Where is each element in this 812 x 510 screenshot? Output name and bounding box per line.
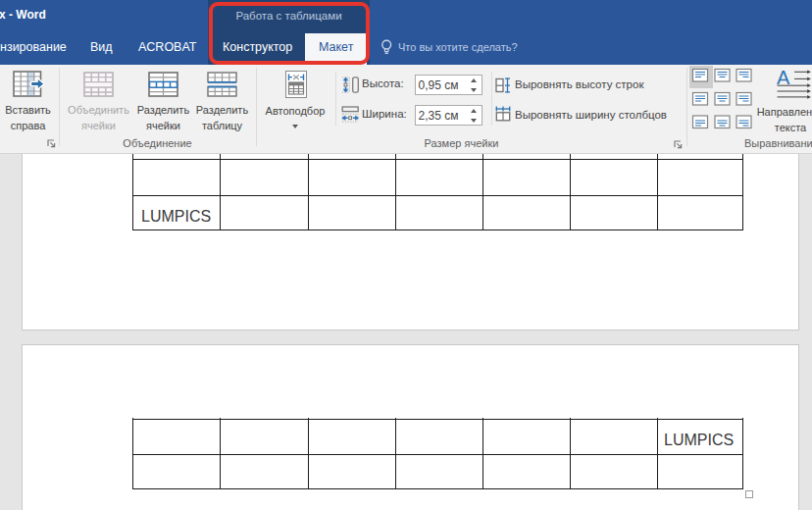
- svg-text:А: А: [777, 67, 790, 88]
